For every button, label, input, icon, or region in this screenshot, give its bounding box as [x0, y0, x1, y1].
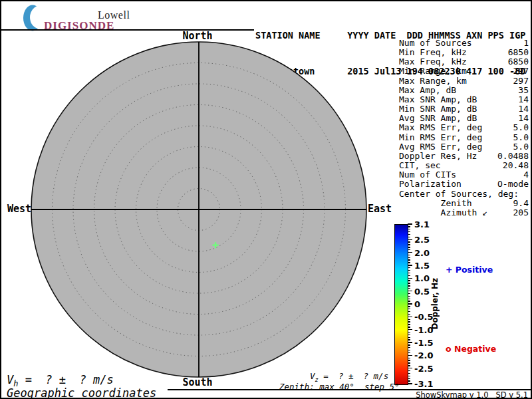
skymap-svg: [25, 35, 373, 384]
colorbar-major-tick: [408, 368, 412, 368]
colorbar-major-tick: [408, 342, 412, 342]
stat-row: Avg SNR Amp, dB14: [399, 114, 529, 123]
colorbar-gradient: [394, 224, 408, 385]
stat-row: Min RMS Err, deg5.0: [399, 133, 529, 142]
stat-label: Max Amp, dB: [399, 86, 456, 95]
colorbar-minor-tick: [408, 231, 410, 232]
stat-label: Num of CITs: [399, 170, 456, 180]
colorbar-tick-label: 0.5: [414, 286, 430, 296]
stat-row: Min SNR Amp, dB14: [399, 104, 529, 114]
version-label: ShowSkymap v 1.0 SD v 5.1: [416, 390, 528, 399]
colorbar-minor-tick: [408, 358, 410, 358]
colorbar-minor-tick: [408, 327, 410, 327]
lowell-crescent-icon: [23, 5, 43, 31]
colorbar-minor-tick: [408, 324, 410, 325]
colorbar-major-tick: [408, 355, 412, 356]
colorbar-minor-tick: [408, 380, 410, 381]
stat-row: Min Freq, kHz6850: [399, 48, 529, 57]
stat-value: 14: [518, 95, 529, 104]
colorbar-minor-tick: [408, 319, 410, 320]
colorbar-major-tick: [408, 252, 412, 253]
stat-label: Zenith: [399, 199, 472, 208]
colorbar-minor-tick: [408, 262, 410, 263]
colorbar-major-tick: [408, 291, 412, 291]
zenith-range-label: Zenith: max 40° step 5°: [279, 382, 400, 392]
colorbar-minor-tick: [408, 306, 410, 307]
compass-west-label: West: [7, 203, 31, 215]
colorbar-minor-tick: [408, 301, 410, 301]
colorbar-major-tick: [408, 329, 412, 330]
colorbar-minor-tick: [408, 299, 410, 299]
stat-value: 35: [518, 86, 529, 95]
colorbar-minor-tick: [408, 332, 410, 332]
colorbar-tick-label: 1.0: [414, 273, 430, 283]
stat-value: 205: [513, 208, 529, 217]
colorbar-major-tick: [408, 383, 412, 384]
stat-label: Avg SNR Amp, dB: [399, 114, 477, 123]
stat-value: O-mode: [497, 180, 529, 189]
stat-value: 4: [523, 170, 529, 180]
logo-digisonde-text: DIGISONDE: [44, 19, 114, 33]
stat-value: 297: [513, 76, 529, 86]
stat-value: 6850: [508, 48, 529, 57]
colorbar-tick-label: 2.0: [414, 247, 430, 257]
compass-east-label: East: [368, 203, 392, 215]
coordinate-system-label: Geographic coordinates: [7, 386, 156, 399]
colorbar-tick-label: 3.1: [414, 219, 430, 229]
stat-label: Max SNR Amp, dB: [399, 95, 477, 104]
colorbar-tick-label: 0: [414, 299, 420, 309]
colorbar-major-tick: [408, 265, 412, 265]
colorbar-minor-tick: [408, 280, 410, 281]
stat-value: 5.0: [513, 133, 529, 142]
colorbar-major-tick: [408, 239, 412, 240]
colorbar-tick-label: -1.5: [414, 338, 433, 348]
colorbar-minor-tick: [408, 339, 410, 340]
colorbar-minor-tick: [408, 229, 410, 229]
colorbar-minor-tick: [408, 314, 410, 315]
compass-south-label: South: [182, 376, 212, 388]
colorbar-minor-tick: [408, 259, 410, 260]
colorbar-minor-tick: [408, 373, 410, 374]
colorbar-minor-tick: [408, 275, 410, 276]
colorbar-minor-tick: [408, 249, 410, 250]
stat-label: Num of Sources: [399, 39, 472, 48]
stat-value: 5.0: [513, 142, 529, 152]
colorbar-minor-tick: [408, 376, 410, 376]
stat-row: Num of CITs4: [399, 170, 529, 180]
stat-row: Max Amp, dB35: [399, 86, 529, 95]
colorbar-major-tick: [408, 303, 412, 304]
colorbar-minor-tick: [408, 360, 410, 360]
colorbar-minor-tick: [408, 334, 410, 335]
colorbar-title: Doppler, Hz: [430, 278, 440, 330]
colorbar-major-tick: [408, 223, 412, 224]
colorbar-minor-tick: [408, 267, 410, 268]
colorbar-minor-tick: [408, 321, 410, 322]
colorbar-major-tick: [408, 317, 412, 317]
stat-label: Azimuth ↙: [399, 208, 487, 217]
colorbar-tick-label: 1.5: [414, 260, 430, 270]
stat-row: PolarizationO-mode: [399, 180, 529, 189]
colorbar-minor-tick: [408, 283, 410, 283]
colorbar-minor-tick: [408, 378, 410, 379]
colorbar-minor-tick: [408, 352, 410, 353]
stats-panel: Num of Sources1Min Freq, kHz6850Max Freq…: [399, 39, 529, 217]
stat-row: Zenith9.4: [399, 199, 529, 208]
colorbar-tick-label: -2.0: [414, 350, 433, 360]
colorbar-minor-tick: [408, 247, 410, 247]
stat-label: Max Freq, kHz: [399, 57, 467, 66]
stat-label: Max RMS Err, deg: [399, 123, 482, 132]
showskymap-window: Lowell DIGISONDE STATION NAME YYYY DATE …: [0, 0, 532, 399]
stat-label: Min Range, km: [399, 66, 467, 76]
colorbar-minor-tick: [408, 285, 410, 286]
colorbar-minor-tick: [408, 337, 410, 338]
stat-label: Min Freq, kHz: [399, 48, 467, 57]
colorbar-major-tick: [408, 278, 412, 279]
stat-value: 14: [518, 104, 529, 114]
stat-value: 0.0488: [497, 152, 529, 161]
colorbar-tick-label: 2.5: [414, 235, 430, 245]
stat-value: 5.0: [513, 123, 529, 132]
stat-value: 6850: [508, 57, 529, 66]
colorbar-minor-tick: [408, 244, 410, 245]
stat-row: Avg RMS Err, deg5.0: [399, 142, 529, 152]
colorbar-minor-tick: [408, 234, 410, 235]
